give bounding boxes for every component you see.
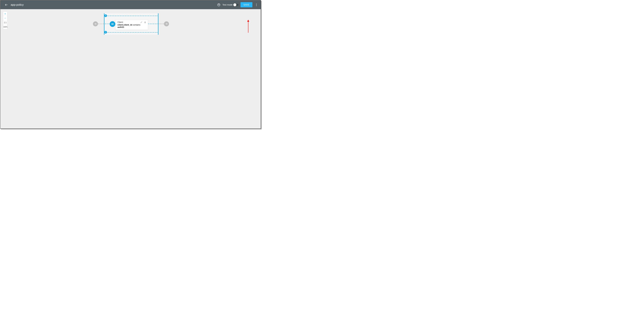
- save-button[interactable]: SAVE: [240, 2, 252, 7]
- zoom-reset-button[interactable]: 1:1: [3, 20, 7, 25]
- svg-point-2: [218, 5, 219, 5]
- add-lane-top-button[interactable]: +: [104, 14, 107, 17]
- add-lane-bottom-button[interactable]: +: [104, 31, 107, 33]
- zoom-out-button[interactable]: −: [3, 16, 7, 20]
- svg-point-4: [256, 4, 257, 5]
- back-button[interactable]: [3, 1, 10, 8]
- zoom-in-button[interactable]: +: [3, 12, 7, 16]
- rule-card[interactable]: Client: client.client_id contains auth21: [115, 20, 148, 30]
- page-title: app-policy: [11, 3, 24, 6]
- svg-point-3: [256, 3, 257, 4]
- arrow-left-icon: [5, 3, 8, 6]
- zoom-percent: 100%: [3, 25, 7, 29]
- group-lane-bottom: [105, 32, 158, 32]
- rule-expression: client.client_id contains auth21: [118, 24, 146, 28]
- delete-icon[interactable]: [144, 21, 146, 23]
- flow-start-node: [93, 21, 98, 26]
- group-lane-top: [105, 16, 158, 16]
- help-icon: [217, 3, 220, 6]
- rule-card-title: Client:: [118, 21, 140, 23]
- rule-node[interactable]: [110, 21, 115, 27]
- rule-expression-field: client.client_id: [118, 24, 132, 26]
- app-header: app-policy Test mode SAVE: [0, 0, 261, 9]
- edit-icon[interactable]: [140, 21, 142, 23]
- arrow-right-icon: [165, 22, 168, 25]
- rule-card-header: Client:: [118, 21, 146, 23]
- connector-group-to-end: [158, 24, 164, 24]
- arrow-right-icon: [94, 22, 97, 25]
- more-menu-button[interactable]: [254, 2, 260, 8]
- policy-canvas[interactable]: + − 1:1 100% + +: [0, 9, 261, 129]
- toggle-knob: [233, 3, 236, 6]
- svg-point-5: [256, 5, 257, 6]
- more-vertical-icon: [255, 3, 258, 6]
- rule-card-actions: [140, 21, 146, 23]
- connector-start-to-group: [98, 24, 104, 24]
- branch-icon: [111, 22, 114, 25]
- test-mode-toggle[interactable]: [234, 4, 238, 6]
- rule-expression-value: auth21: [118, 26, 124, 28]
- app-window: app-policy Test mode SAVE + − 1:1 100%: [0, 0, 261, 129]
- test-mode-control: Test mode: [222, 3, 238, 6]
- flow-end-node: [164, 21, 169, 26]
- annotation-arrow: [248, 20, 248, 33]
- help-button[interactable]: [216, 2, 222, 8]
- rule-expression-operator: contains: [132, 24, 140, 26]
- test-mode-label: Test mode: [222, 3, 232, 6]
- zoom-control: + − 1:1 100%: [3, 11, 7, 29]
